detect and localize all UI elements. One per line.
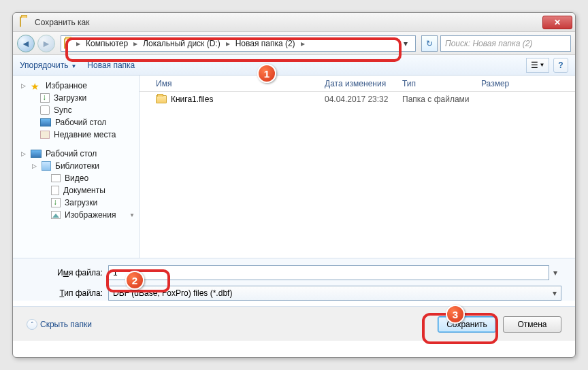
sidebar-item-images[interactable]: Изображения▼ bbox=[13, 209, 139, 221]
save-button[interactable]: Сохранить bbox=[438, 316, 496, 333]
sidebar-item-documents[interactable]: Документы bbox=[13, 184, 139, 197]
desktop-icon bbox=[31, 150, 42, 158]
folder-icon bbox=[156, 95, 167, 103]
download-icon bbox=[40, 93, 50, 103]
sidebar-item-downloads-lib[interactable]: Загрузки bbox=[13, 197, 139, 209]
sidebar-item-video[interactable]: Видео bbox=[13, 172, 139, 184]
filename-label: Имя файла: bbox=[27, 268, 108, 278]
sidebar-item-recent[interactable]: Недавние места bbox=[13, 129, 139, 141]
file-list: Имя Дата изменения Тип Размер Книга1.fil… bbox=[140, 75, 575, 258]
nav-row: ◄ ► ▸ Компьютер ▸ Локальный диск (D:) ▸ … bbox=[13, 32, 575, 55]
filename-input[interactable] bbox=[108, 265, 549, 280]
organize-menu[interactable]: Упорядочить▼ bbox=[20, 61, 76, 70]
filetype-label: Тип файла: bbox=[27, 288, 108, 298]
sidebar-item-downloads[interactable]: Загрузки bbox=[13, 92, 139, 104]
sidebar-favorites[interactable]: ▷★Избранное bbox=[13, 80, 139, 92]
button-row: ˄ Скрыть папки Сохранить Отмена bbox=[13, 306, 575, 341]
cancel-button[interactable]: Отмена bbox=[503, 316, 561, 333]
nav-back-button[interactable]: ◄ bbox=[17, 35, 35, 52]
document-icon bbox=[51, 186, 59, 195]
sidebar: ▷★Избранное Загрузки Sync Рабочий стол Н… bbox=[13, 75, 140, 258]
column-headers: Имя Дата изменения Тип Размер bbox=[140, 75, 575, 92]
titlebar: Сохранить как ✕ bbox=[13, 13, 575, 32]
refresh-button[interactable]: ↻ bbox=[421, 35, 438, 52]
view-mode-button[interactable]: ☰ ▼ bbox=[526, 58, 549, 73]
sync-icon bbox=[40, 105, 50, 115]
breadcrumb-folder[interactable]: Новая папка (2) bbox=[231, 37, 299, 50]
sidebar-item-desktop-fav[interactable]: Рабочий стол bbox=[13, 116, 139, 129]
download-icon bbox=[51, 198, 61, 207]
filetype-select[interactable]: DBF (dBase, FoxPro) files (*.dbf) ▾ bbox=[108, 286, 561, 301]
col-name[interactable]: Имя bbox=[156, 79, 325, 88]
search-placeholder: Поиск: Новая папка (2) bbox=[445, 39, 532, 48]
sidebar-desktop[interactable]: ▷Рабочий стол bbox=[13, 148, 139, 160]
col-date[interactable]: Дата изменения bbox=[325, 79, 402, 88]
filename-dropdown[interactable]: ▾ bbox=[549, 268, 561, 278]
places-icon bbox=[40, 131, 50, 139]
nav-forward-button: ► bbox=[37, 35, 55, 52]
address-bar[interactable]: ▸ Компьютер ▸ Локальный диск (D:) ▸ Нова… bbox=[61, 35, 416, 52]
new-folder-button[interactable]: Новая папка bbox=[87, 61, 135, 70]
hide-folders-toggle[interactable]: ˄ Скрыть папки bbox=[27, 319, 92, 330]
address-dropdown[interactable]: ▾ bbox=[399, 39, 412, 48]
drive-icon bbox=[64, 39, 75, 48]
image-icon bbox=[51, 211, 61, 219]
chevron-up-icon: ˄ bbox=[27, 319, 37, 330]
col-size[interactable]: Размер bbox=[481, 79, 536, 88]
search-input[interactable]: Поиск: Новая папка (2) bbox=[440, 35, 571, 52]
breadcrumb-computer[interactable]: Компьютер bbox=[82, 37, 132, 50]
col-type[interactable]: Тип bbox=[402, 79, 481, 88]
file-name: Книга1.files bbox=[171, 95, 213, 104]
chevron-down-icon: ▾ bbox=[553, 288, 557, 298]
help-button[interactable]: ? bbox=[553, 58, 568, 73]
window-title: Сохранить как bbox=[35, 18, 542, 27]
sidebar-libraries[interactable]: ▷Библиотеки bbox=[13, 160, 139, 172]
breadcrumb-sep: ▸ bbox=[76, 39, 80, 48]
app-icon bbox=[20, 17, 31, 28]
toolbar: Упорядочить▼ Новая папка ☰ ▼ ? bbox=[13, 55, 575, 75]
file-type: Папка с файлами bbox=[402, 95, 481, 104]
sidebar-item-sync[interactable]: Sync bbox=[13, 104, 139, 116]
video-icon bbox=[51, 174, 61, 182]
star-icon: ★ bbox=[31, 81, 42, 90]
filename-panel: Имя файла: ▾ Тип файла: DBF (dBase, FoxP… bbox=[13, 258, 575, 301]
close-button[interactable]: ✕ bbox=[542, 16, 572, 29]
libraries-icon bbox=[42, 161, 51, 171]
breadcrumb-drive[interactable]: Локальный диск (D:) bbox=[139, 37, 225, 50]
desktop-icon bbox=[40, 118, 51, 127]
file-date: 04.04.2017 23:32 bbox=[325, 95, 402, 104]
file-row[interactable]: Книга1.files 04.04.2017 23:32 Папка с фа… bbox=[140, 92, 575, 107]
